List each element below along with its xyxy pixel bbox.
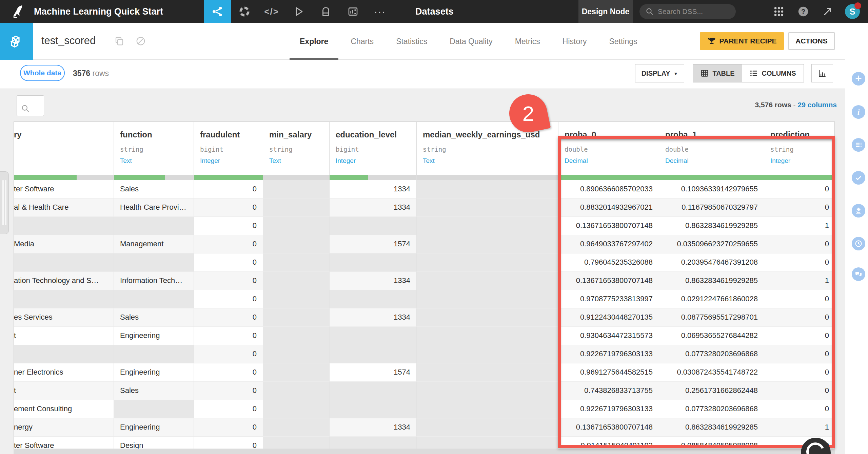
cell-education_level[interactable] [330, 400, 417, 418]
more-icon[interactable]: ... [367, 0, 394, 23]
actions-button[interactable]: ACTIONS [788, 32, 835, 50]
cell-proba_0[interactable]: 0.796045235326088 [558, 253, 659, 272]
cell-ry[interactable]: nergy [14, 418, 114, 437]
cell-min_salary[interactable] [263, 290, 330, 308]
cell-fraudulent[interactable]: 0 [194, 418, 263, 437]
column-header-min_salary[interactable]: min_salarystringText [263, 122, 330, 180]
cell-education_level[interactable] [330, 382, 417, 400]
cell-proba_0[interactable]: 0.743826833713755 [558, 382, 659, 400]
cell-median_weekly_earnings_usd[interactable] [417, 437, 558, 449]
column-meaning[interactable]: Decimal [558, 153, 659, 165]
lab-icon[interactable] [231, 0, 258, 23]
cell-function[interactable]: Engineering [114, 418, 194, 437]
lab-analyze-icon[interactable] [852, 204, 865, 217]
cell-proba_0[interactable]: 0.9122430448270135 [558, 308, 659, 327]
tab-explore[interactable]: Explore [298, 23, 330, 60]
cell-function[interactable]: Sales [114, 382, 194, 400]
cell-education_level[interactable] [330, 345, 417, 363]
cell-ry[interactable] [14, 253, 114, 272]
cell-prediction[interactable]: 0 [764, 235, 835, 253]
cell-median_weekly_earnings_usd[interactable] [417, 308, 558, 327]
column-meaning[interactable]: Integer [330, 153, 416, 165]
cell-function[interactable]: Design [114, 437, 194, 449]
cell-fraudulent[interactable]: 0 [194, 290, 263, 308]
cell-ry[interactable]: ner Electronics [14, 363, 114, 382]
schema-list-icon[interactable] [852, 138, 865, 152]
cell-proba_1[interactable]: 0.08584849595988098 [659, 437, 764, 449]
cell-function[interactable]: Management [114, 235, 194, 253]
history-clock-icon[interactable] [852, 237, 865, 250]
column-header-ry[interactable]: ry [14, 122, 114, 180]
cell-median_weekly_earnings_usd[interactable] [417, 363, 558, 382]
cell-fraudulent[interactable]: 0 [194, 345, 263, 363]
cell-ry[interactable]: ement Consulting [14, 400, 114, 418]
cell-proba_1[interactable]: 0.0773280203696868 [659, 400, 764, 418]
column-meaning[interactable]: Text [263, 153, 329, 165]
search-bar[interactable] [639, 4, 736, 19]
column-meaning[interactable]: Decimal [659, 153, 764, 165]
tab-metrics[interactable]: Metrics [514, 23, 541, 60]
cell-function[interactable]: Engineering [114, 327, 194, 345]
cell-min_salary[interactable] [263, 180, 330, 198]
cell-proba_1[interactable]: 0.8632834619929285 [659, 272, 764, 290]
cell-ry[interactable] [14, 217, 114, 235]
cell-function[interactable] [114, 400, 194, 418]
cell-education_level[interactable] [330, 327, 417, 345]
column-meaning[interactable]: Integer [764, 153, 835, 165]
cell-function[interactable] [114, 217, 194, 235]
cell-prediction[interactable]: 0 [764, 180, 835, 198]
cell-proba_0[interactable]: 0.9141515040401192 [558, 437, 659, 449]
cell-ry[interactable]: ter Software [14, 437, 114, 449]
checks-icon[interactable] [852, 171, 865, 185]
left-panel-handle[interactable] [0, 171, 9, 234]
cell-education_level[interactable]: 1334 [330, 272, 417, 290]
cell-median_weekly_earnings_usd[interactable] [417, 235, 558, 253]
cell-education_level[interactable] [330, 253, 417, 272]
cell-proba_0[interactable]: 0.13671653800707148 [558, 272, 659, 290]
cell-function[interactable]: Sales [114, 180, 194, 198]
cell-median_weekly_earnings_usd[interactable] [417, 290, 558, 308]
cell-function[interactable]: Information Tech… [114, 272, 194, 290]
cell-proba_0[interactable]: 0.9226719796303133 [558, 400, 659, 418]
cell-proba_1[interactable]: 0.2561731662862448 [659, 382, 764, 400]
display-dropdown[interactable]: DISPLAY ▼ [635, 64, 684, 82]
cell-prediction[interactable]: 1 [764, 272, 835, 290]
apps-grid-icon[interactable] [773, 6, 785, 17]
cell-ry[interactable]: t [14, 327, 114, 345]
column-meaning[interactable]: Text [114, 153, 194, 165]
analyze-chart-button[interactable] [811, 64, 833, 82]
copy-icon[interactable] [114, 36, 124, 46]
column-header-fraudulent[interactable]: fraudulentbigintInteger [194, 122, 263, 180]
cell-function[interactable]: Health Care Provi… [114, 198, 194, 217]
columns-count-link[interactable]: 29 columns [797, 101, 837, 109]
cell-ry[interactable]: ation Technology and S… [14, 272, 114, 290]
code-icon[interactable]: </> [258, 0, 285, 23]
add-icon[interactable]: + [852, 72, 865, 86]
cell-proba_1[interactable]: 0.06953655276844282 [659, 327, 764, 345]
cell-prediction[interactable]: 0 [764, 290, 835, 308]
info-icon[interactable]: i [852, 105, 865, 119]
cell-fraudulent[interactable]: 0 [194, 382, 263, 400]
cell-function[interactable] [114, 253, 194, 272]
cell-proba_0[interactable]: 0.9649033767297402 [558, 235, 659, 253]
cell-proba_0[interactable]: 0.9226719796303133 [558, 345, 659, 363]
cell-fraudulent[interactable]: 0 [194, 308, 263, 327]
cell-min_salary[interactable] [263, 253, 330, 272]
cell-prediction[interactable]: 0 [764, 308, 835, 327]
cell-fraudulent[interactable]: 0 [194, 363, 263, 382]
cell-proba_0[interactable]: 0.13671653800707148 [558, 418, 659, 437]
tab-data-quality[interactable]: Data Quality [448, 23, 494, 60]
sample-scope-pill[interactable]: Whole data [20, 65, 65, 81]
cell-prediction[interactable]: 0 [764, 327, 835, 345]
cell-prediction[interactable]: 0 [764, 363, 835, 382]
cell-proba_0[interactable]: 0.8906366085702033 [558, 180, 659, 198]
column-meaning[interactable]: Integer [194, 153, 263, 165]
cell-education_level[interactable]: 1574 [330, 363, 417, 382]
cell-ry[interactable] [14, 290, 114, 308]
cell-education_level[interactable]: 1334 [330, 308, 417, 327]
cell-proba_1[interactable]: 0.0773280203696868 [659, 345, 764, 363]
cell-function[interactable]: Sales [114, 308, 194, 327]
cell-education_level[interactable] [330, 290, 417, 308]
cell-median_weekly_earnings_usd[interactable] [417, 272, 558, 290]
cell-education_level[interactable]: 1574 [330, 235, 417, 253]
